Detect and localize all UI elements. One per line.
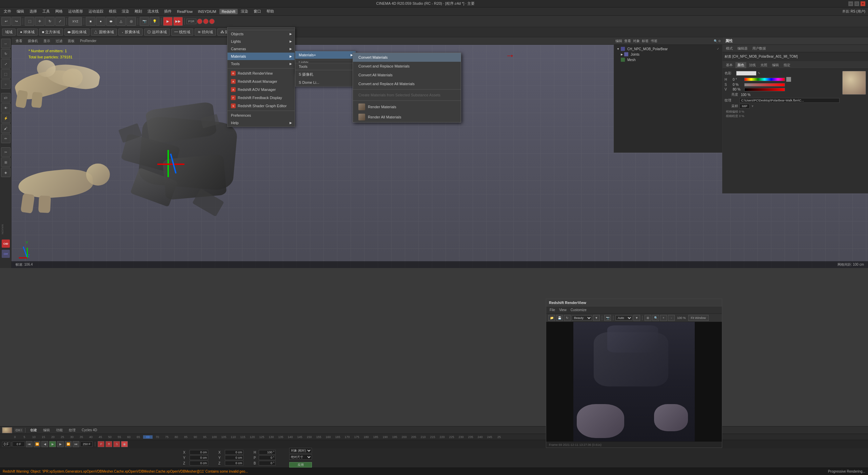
rv-zoom-out[interactable]: - [668,315,675,321]
rv-fitwindow-btn[interactable]: Fit Window [688,315,709,321]
tc-next-key[interactable]: ⏩ [65,441,72,447]
val-slider[interactable] [744,88,785,91]
btab-function[interactable]: 功能 [53,427,65,433]
prorender-btn[interactable]: ProRender [79,39,98,43]
pos-y-input[interactable] [190,455,208,460]
sphere-btn[interactable]: ● [96,17,105,26]
convert-all-item[interactable]: Convert All Materials [353,71,461,79]
select-btn[interactable]: ⬚ [25,17,34,26]
menu-pipeline[interactable]: 流水线 [145,8,161,15]
move-btn[interactable]: ✛ [35,17,44,26]
menu-render2[interactable]: 渲染 [238,8,251,15]
rot-p-input[interactable] [259,455,276,460]
linear-domain-btn[interactable]: ━ 线性域 [171,28,193,36]
tc-rec-pos[interactable]: P [98,441,104,447]
rs-objects-item[interactable]: Objects ▶ [228,30,295,38]
rv-auto-select[interactable]: Auto [615,315,632,321]
sidebar-paint-icon[interactable]: 🖌 [1,124,11,133]
attr-tab-userdata[interactable]: 用户数据 [750,45,768,52]
cone-btn[interactable]: △ [116,17,126,26]
btab-texture[interactable]: 纹理 [66,427,78,433]
menu-edit[interactable]: 编辑 [14,8,26,15]
tc-play[interactable]: ▶ [49,441,56,447]
mat-tab-lighting[interactable]: 光照 [758,62,769,68]
ball-domain-btn[interactable]: ● 球体域 [17,28,38,36]
cylinder-btn[interactable]: ⬬ [106,17,116,26]
rv-cam-btn[interactable]: 📷 [604,315,611,321]
color-picker-icon[interactable]: ✎ [758,72,761,75]
rv-zoom-in[interactable]: + [660,315,667,321]
menu-redshift[interactable]: Redshift [219,9,238,14]
sampling-arrow[interactable]: ▼ [751,104,754,108]
cone-domain-btn[interactable]: △ 圆锥体域 [91,28,117,36]
scene-tag-btn[interactable]: 标签 [642,39,649,43]
filter-icon[interactable]: ⚙ [718,39,721,43]
sidebar-move-icon[interactable]: ↔ [1,39,11,48]
gradient-domain-btn[interactable]: ≋ 径向域 [195,28,216,36]
render-all-materials-item[interactable]: Render All Materials [353,112,461,122]
texture-path[interactable]: C:\Users\PC\Desktop\PolarBear-Walk.fbm\C… [739,98,840,103]
size-z-input[interactable] [225,461,243,466]
menu-file[interactable]: 文件 [1,8,14,15]
hue-spectrum[interactable] [786,77,791,82]
pos-z-input[interactable] [190,461,208,466]
red-dot2[interactable] [203,19,209,24]
scene-edit-btn[interactable]: 编辑 [615,39,622,43]
menu-insydium[interactable]: INSYDIUM [196,9,219,14]
tools-sub-camera[interactable]: S 摄像机 [295,70,356,79]
unit-mode-select[interactable]: 绝对尺寸 [289,454,312,460]
current-frame[interactable]: 0 F [2,442,10,447]
box-domain-btn[interactable]: ■ 立方体域 [39,28,63,36]
rotate-btn[interactable]: ↻ [45,17,55,26]
rv-save-btn[interactable]: 💾 [556,315,563,321]
display-btn[interactable]: 显示 [42,38,52,44]
view-btn[interactable]: 查看 [14,38,24,44]
tc-prev-key[interactable]: ⏪ [34,441,40,447]
rv-view-menu[interactable]: View [558,308,568,312]
render-materials-item[interactable]: Render Materials [353,102,461,112]
render-btn[interactable]: ▶ [163,17,173,26]
torus-domain-btn[interactable]: ◎ 远环体域 [144,28,170,36]
rs-lights-item[interactable]: Lights ▶ [228,38,295,45]
menu-sculpt[interactable]: 雕刻 [132,8,144,15]
tools-sub-dome[interactable]: S Dome Li... [295,79,356,86]
sidebar-sculpt-icon[interactable]: ✏ [1,134,11,143]
sidebar-rotate-icon[interactable]: ↻ [1,49,11,58]
apply-button[interactable]: 应用 [289,462,312,468]
camera-btn[interactable]: 📷 [140,17,149,26]
tc-rewind[interactable]: ⏮ [26,441,33,447]
rot-h-input[interactable] [259,450,276,455]
sidebar-extrude-icon[interactable]: ⊞ [1,157,11,167]
sidebar-bevel-icon[interactable]: ◈ [1,168,11,177]
filter-btn[interactable]: 过滤 [54,38,64,44]
xyz-btn[interactable]: XYZ [68,17,82,26]
mat-tab-color[interactable]: 颜色 [735,62,746,68]
menu-window[interactable]: 窗口 [251,8,263,15]
menu-plugins[interactable]: 插件 [162,8,174,15]
capsule-domain-btn[interactable]: ⬪ 胶囊体域 [118,28,143,36]
search-icon[interactable]: 🔍 [714,39,717,43]
tc-rec-scale[interactable]: S [113,441,120,447]
scene-obj-btn[interactable]: 对象 [633,39,640,43]
menu-motiontrack[interactable]: 运动追踪 [86,8,106,15]
rs-renderview-item[interactable]: R Redshift RenderView [228,69,295,77]
rv-folder-btn[interactable]: 📁 [548,315,555,321]
mat-tab-basic[interactable]: 基本 [724,62,735,68]
menu-select[interactable]: 选择 [27,8,39,15]
size-y-input[interactable] [225,455,243,460]
btab-cycles[interactable]: Cycles 4D [79,428,100,433]
rs-materials-item[interactable]: Materials ▶ [228,53,295,60]
pos-x-input[interactable] [190,450,208,455]
rs-aovmgr-item[interactable]: A Redshift AOV Manager [228,86,295,94]
camera-view-btn[interactable]: 摄像机 [26,38,39,44]
menu-render[interactable]: 渲染 [119,8,132,15]
tree-item-3[interactable]: Mesh [614,57,722,62]
sidebar-magnet-icon[interactable]: ⚡ [1,113,11,123]
red-dot3[interactable] [209,19,215,24]
menu-tools[interactable]: 工具 [40,8,52,15]
tc-rec-all[interactable]: ◉ [121,441,128,447]
tc-end[interactable]: ⏭ [73,441,79,447]
rs-assetmgr-item[interactable]: A Redshift Asset Manager [228,77,295,86]
menu-simulate[interactable]: 模拟 [106,8,119,15]
rs-prefs-item[interactable]: Preferences [228,112,295,119]
